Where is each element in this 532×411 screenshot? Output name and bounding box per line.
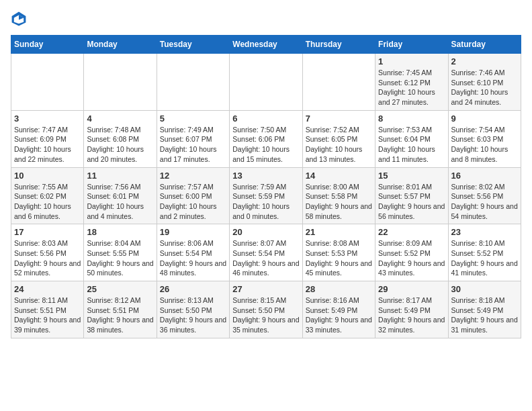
calendar-table: SundayMondayTuesdayWednesdayThursdayFrid… bbox=[11, 35, 521, 338]
day-number: 21 bbox=[306, 227, 372, 237]
day-number: 17 bbox=[14, 227, 81, 237]
weekday-header: Wednesday bbox=[230, 36, 302, 54]
calendar-cell: 7Sunrise: 7:52 AMSunset: 6:05 PMDaylight… bbox=[302, 110, 375, 167]
day-number: 9 bbox=[451, 113, 518, 124]
calendar-cell: 8Sunrise: 7:53 AMSunset: 6:04 PMDaylight… bbox=[375, 110, 448, 167]
calendar-cell: 25Sunrise: 8:12 AMSunset: 5:51 PMDayligh… bbox=[84, 281, 157, 338]
calendar-cell: 4Sunrise: 7:48 AMSunset: 6:08 PMDaylight… bbox=[84, 110, 157, 167]
calendar-cell: 17Sunrise: 8:03 AMSunset: 5:56 PMDayligh… bbox=[11, 224, 84, 281]
day-info: Sunrise: 8:12 AMSunset: 5:51 PMDaylight:… bbox=[87, 295, 153, 335]
calendar-cell: 1Sunrise: 7:45 AMSunset: 6:12 PMDaylight… bbox=[375, 54, 448, 111]
day-info: Sunrise: 8:07 AMSunset: 5:54 PMDaylight:… bbox=[232, 238, 299, 278]
weekday-header: Monday bbox=[84, 36, 157, 54]
weekday-header: Tuesday bbox=[157, 36, 229, 54]
day-info: Sunrise: 7:52 AMSunset: 6:05 PMDaylight:… bbox=[306, 125, 372, 165]
day-info: Sunrise: 8:02 AMSunset: 5:56 PMDaylight:… bbox=[451, 182, 518, 222]
day-number: 4 bbox=[87, 113, 153, 124]
calendar-cell: 21Sunrise: 8:08 AMSunset: 5:53 PMDayligh… bbox=[302, 224, 375, 281]
page-header bbox=[11, 11, 521, 27]
calendar-cell: 27Sunrise: 8:15 AMSunset: 5:50 PMDayligh… bbox=[230, 281, 302, 338]
calendar-cell: 29Sunrise: 8:17 AMSunset: 5:49 PMDayligh… bbox=[375, 281, 448, 338]
calendar-cell: 20Sunrise: 8:07 AMSunset: 5:54 PMDayligh… bbox=[230, 224, 302, 281]
day-number: 26 bbox=[160, 284, 226, 294]
day-number: 3 bbox=[14, 113, 81, 124]
calendar-cell: 15Sunrise: 8:01 AMSunset: 5:57 PMDayligh… bbox=[375, 167, 448, 224]
calendar-cell: 14Sunrise: 8:00 AMSunset: 5:58 PMDayligh… bbox=[302, 167, 375, 224]
day-info: Sunrise: 7:46 AMSunset: 6:10 PMDaylight:… bbox=[451, 68, 518, 107]
day-info: Sunrise: 8:06 AMSunset: 5:54 PMDaylight:… bbox=[160, 238, 226, 278]
calendar-header: SundayMondayTuesdayWednesdayThursdayFrid… bbox=[11, 36, 521, 54]
calendar-cell: 26Sunrise: 8:13 AMSunset: 5:50 PMDayligh… bbox=[157, 281, 229, 338]
day-number: 23 bbox=[451, 227, 518, 237]
calendar-cell: 10Sunrise: 7:55 AMSunset: 6:02 PMDayligh… bbox=[11, 167, 84, 224]
day-info: Sunrise: 7:53 AMSunset: 6:04 PMDaylight:… bbox=[378, 125, 445, 165]
day-info: Sunrise: 8:04 AMSunset: 5:55 PMDaylight:… bbox=[87, 238, 153, 278]
logo bbox=[11, 11, 30, 27]
day-number: 6 bbox=[232, 113, 299, 124]
calendar-cell: 5Sunrise: 7:49 AMSunset: 6:07 PMDaylight… bbox=[157, 110, 229, 167]
calendar-cell: 3Sunrise: 7:47 AMSunset: 6:09 PMDaylight… bbox=[11, 110, 84, 167]
day-number: 14 bbox=[306, 171, 372, 181]
logo-icon bbox=[11, 11, 27, 27]
calendar-cell: 22Sunrise: 8:09 AMSunset: 5:52 PMDayligh… bbox=[375, 224, 448, 281]
calendar-cell bbox=[157, 54, 229, 111]
day-number: 1 bbox=[378, 56, 445, 66]
day-number: 16 bbox=[451, 171, 518, 181]
day-number: 20 bbox=[232, 227, 299, 237]
day-number: 25 bbox=[87, 284, 153, 294]
day-number: 11 bbox=[87, 171, 153, 181]
day-number: 13 bbox=[232, 171, 299, 181]
calendar-cell: 18Sunrise: 8:04 AMSunset: 5:55 PMDayligh… bbox=[84, 224, 157, 281]
calendar-cell: 19Sunrise: 8:06 AMSunset: 5:54 PMDayligh… bbox=[157, 224, 229, 281]
day-number: 10 bbox=[14, 171, 81, 181]
weekday-header: Friday bbox=[375, 36, 448, 54]
calendar-cell: 28Sunrise: 8:16 AMSunset: 5:49 PMDayligh… bbox=[302, 281, 375, 338]
day-info: Sunrise: 8:15 AMSunset: 5:50 PMDaylight:… bbox=[232, 295, 299, 335]
calendar-cell: 30Sunrise: 8:18 AMSunset: 5:49 PMDayligh… bbox=[448, 281, 521, 338]
day-number: 2 bbox=[451, 56, 518, 66]
day-number: 28 bbox=[306, 284, 372, 294]
weekday-header: Sunday bbox=[11, 36, 84, 54]
day-info: Sunrise: 7:59 AMSunset: 5:59 PMDaylight:… bbox=[232, 182, 299, 222]
day-info: Sunrise: 7:48 AMSunset: 6:08 PMDaylight:… bbox=[87, 125, 153, 165]
day-info: Sunrise: 8:08 AMSunset: 5:53 PMDaylight:… bbox=[306, 238, 372, 278]
day-number: 27 bbox=[232, 284, 299, 294]
day-number: 8 bbox=[378, 113, 445, 124]
day-number: 18 bbox=[87, 227, 153, 237]
calendar-cell bbox=[84, 54, 157, 111]
day-number: 24 bbox=[14, 284, 81, 294]
day-info: Sunrise: 8:00 AMSunset: 5:58 PMDaylight:… bbox=[306, 182, 372, 222]
calendar-cell: 16Sunrise: 8:02 AMSunset: 5:56 PMDayligh… bbox=[448, 167, 521, 224]
day-info: Sunrise: 7:50 AMSunset: 6:06 PMDaylight:… bbox=[232, 125, 299, 165]
day-info: Sunrise: 8:03 AMSunset: 5:56 PMDaylight:… bbox=[14, 238, 81, 278]
calendar-cell: 23Sunrise: 8:10 AMSunset: 5:52 PMDayligh… bbox=[448, 224, 521, 281]
calendar-cell bbox=[230, 54, 302, 111]
day-number: 19 bbox=[160, 227, 226, 237]
day-info: Sunrise: 8:09 AMSunset: 5:52 PMDaylight:… bbox=[378, 238, 445, 278]
calendar-cell: 11Sunrise: 7:56 AMSunset: 6:01 PMDayligh… bbox=[84, 167, 157, 224]
day-info: Sunrise: 7:49 AMSunset: 6:07 PMDaylight:… bbox=[160, 125, 226, 165]
day-number: 29 bbox=[378, 284, 445, 294]
day-number: 30 bbox=[451, 284, 518, 294]
calendar-cell: 6Sunrise: 7:50 AMSunset: 6:06 PMDaylight… bbox=[230, 110, 302, 167]
day-info: Sunrise: 7:57 AMSunset: 6:00 PMDaylight:… bbox=[160, 182, 226, 222]
day-info: Sunrise: 8:11 AMSunset: 5:51 PMDaylight:… bbox=[14, 295, 81, 335]
calendar-cell: 2Sunrise: 7:46 AMSunset: 6:10 PMDaylight… bbox=[448, 54, 521, 111]
day-info: Sunrise: 7:56 AMSunset: 6:01 PMDaylight:… bbox=[87, 182, 153, 222]
calendar-cell: 9Sunrise: 7:54 AMSunset: 6:03 PMDaylight… bbox=[448, 110, 521, 167]
day-number: 12 bbox=[160, 171, 226, 181]
weekday-header: Saturday bbox=[448, 36, 521, 54]
day-info: Sunrise: 8:16 AMSunset: 5:49 PMDaylight:… bbox=[306, 295, 372, 335]
calendar-cell: 13Sunrise: 7:59 AMSunset: 5:59 PMDayligh… bbox=[230, 167, 302, 224]
day-info: Sunrise: 8:13 AMSunset: 5:50 PMDaylight:… bbox=[160, 295, 226, 335]
day-number: 15 bbox=[378, 171, 445, 181]
calendar-cell: 12Sunrise: 7:57 AMSunset: 6:00 PMDayligh… bbox=[157, 167, 229, 224]
calendar-cell bbox=[11, 54, 84, 111]
day-info: Sunrise: 8:17 AMSunset: 5:49 PMDaylight:… bbox=[378, 295, 445, 335]
weekday-header: Thursday bbox=[302, 36, 375, 54]
day-info: Sunrise: 7:47 AMSunset: 6:09 PMDaylight:… bbox=[14, 125, 81, 165]
day-number: 5 bbox=[160, 113, 226, 124]
calendar-cell: 24Sunrise: 8:11 AMSunset: 5:51 PMDayligh… bbox=[11, 281, 84, 338]
day-info: Sunrise: 8:18 AMSunset: 5:49 PMDaylight:… bbox=[451, 295, 518, 335]
day-info: Sunrise: 7:45 AMSunset: 6:12 PMDaylight:… bbox=[378, 68, 445, 107]
